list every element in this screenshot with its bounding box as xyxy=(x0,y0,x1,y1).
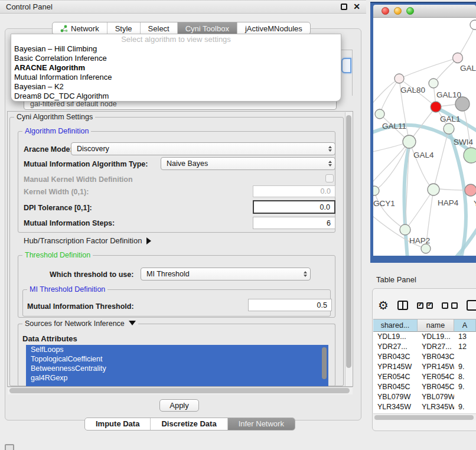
network-node-hap2[interactable] xyxy=(400,224,410,235)
apply-button[interactable]: Apply xyxy=(159,399,199,412)
mi-threshold-value: 0.5 xyxy=(317,301,327,309)
bottom-tab-infer-network[interactable]: Infer Network xyxy=(228,418,295,430)
tab-select[interactable]: Select xyxy=(141,22,178,34)
table-cell: YLR345W xyxy=(373,402,418,412)
mi-steps-field[interactable]: 6 xyxy=(253,217,335,229)
tab-network[interactable]: Network xyxy=(53,22,107,34)
algorithm-option[interactable]: Dream8 DC_TDC Algorithm xyxy=(11,92,341,101)
tab-jactivemnodules[interactable]: jActiveMNodules xyxy=(237,22,310,34)
bottom-tab-impute-data[interactable]: Impute Data xyxy=(85,418,151,430)
aracne-mode-combo[interactable]: Discovery xyxy=(71,142,335,155)
data-attributes-label: Data Attributes xyxy=(22,334,77,343)
close-window-icon[interactable] xyxy=(382,7,389,15)
network-node-gal4[interactable] xyxy=(403,135,416,148)
network-node-gal11[interactable] xyxy=(375,109,384,119)
network-edge xyxy=(380,79,399,114)
attribute-item[interactable]: gal4RGexp xyxy=(26,373,328,383)
mi-threshold-field[interactable]: 0.5 xyxy=(248,299,332,311)
table-row[interactable]: YDL19...YDL19...13 xyxy=(373,332,476,342)
list-scrollbar-thumb[interactable] xyxy=(322,347,327,379)
combo-spinner-icon xyxy=(325,143,335,155)
table-row[interactable]: YPR145WYPR145W9. xyxy=(373,362,476,372)
table-horizontal-scrollbar-thumb[interactable] xyxy=(374,415,474,420)
checkbox-checked-pair-icon[interactable] xyxy=(417,302,433,309)
network-edge xyxy=(399,58,458,79)
settings-horizontal-scrollbar-thumb[interactable] xyxy=(9,388,350,393)
expanded-arrow-icon[interactable] xyxy=(129,321,136,325)
network-node-gcy1[interactable] xyxy=(373,186,379,195)
table-cell xyxy=(454,392,476,402)
network-node-gal[interactable] xyxy=(453,53,463,63)
tab-cyni-toolbox[interactable]: Cyni Toolbox xyxy=(178,22,237,34)
aracne-mode-value: Discovery xyxy=(77,145,109,153)
table-row[interactable]: YBL079WYBL079W xyxy=(373,392,476,402)
panel-dock-icon[interactable] xyxy=(5,444,14,450)
table-row[interactable]: YER054CYER054C8. xyxy=(373,372,476,382)
attribute-item[interactable]: SelfLoops xyxy=(26,345,328,354)
network-node[interactable] xyxy=(464,148,476,163)
attribute-item[interactable]: BetweennessCentrality xyxy=(26,364,328,373)
dpi-tolerance-label: DPI Tolerance [0,1]: xyxy=(24,204,92,212)
columns-icon[interactable] xyxy=(397,301,409,310)
network-node-swi4[interactable] xyxy=(444,123,454,134)
network-view-canvas[interactable]: GALGAL80GAL10GAL1GAL11SWI4GAL4GCY1HAP4YH… xyxy=(373,18,476,256)
table-icon[interactable] xyxy=(467,300,476,311)
table-cell: 13 xyxy=(454,332,476,342)
control-panel-tabbar: NetworkStyleSelectCyni ToolboxjActiveMNo… xyxy=(52,22,311,35)
table-cell: YBL079W xyxy=(418,392,454,402)
minimize-window-icon[interactable] xyxy=(394,7,402,15)
close-panel-icon[interactable]: ✕ xyxy=(353,4,360,10)
manual-kernel-checkbox[interactable] xyxy=(325,174,334,182)
settings-vertical-scrollbar-thumb[interactable] xyxy=(346,115,351,368)
zoom-window-icon[interactable] xyxy=(406,7,414,15)
dpi-tolerance-field[interactable]: 0.0 xyxy=(253,200,335,214)
algorithm-option[interactable]: Bayesian – Hill Climbing xyxy=(11,44,341,54)
algorithm-option[interactable]: Mutual Information Inference xyxy=(11,73,341,82)
algorithm-option[interactable]: Bayesian – K2 xyxy=(11,82,341,92)
table-row[interactable]: YLR345WYLR345W9. xyxy=(373,402,476,412)
algorithm-option[interactable]: Basic Correlation Inference xyxy=(11,54,341,63)
table-row[interactable]: YBR043CYBR043C xyxy=(373,352,476,362)
tab-style[interactable]: Style xyxy=(107,22,141,34)
bottom-tab-discretize-data[interactable]: Discretize Data xyxy=(151,418,227,430)
network-edge xyxy=(449,130,466,256)
network-window-titlebar[interactable] xyxy=(373,5,476,18)
float-panel-icon[interactable] xyxy=(341,4,347,10)
column-header[interactable]: name xyxy=(418,319,454,332)
table-row[interactable]: YDR27...YDR27...12 xyxy=(373,342,476,352)
network-node[interactable] xyxy=(421,244,431,253)
network-node-gal1[interactable] xyxy=(431,102,441,112)
network-node-hap4[interactable] xyxy=(428,184,439,195)
table-row[interactable]: YBR045CYBR045C9. xyxy=(373,382,476,392)
tab-label: Cyni Toolbox xyxy=(185,24,229,33)
gear-icon[interactable]: ⚙ xyxy=(378,299,389,311)
network-node[interactable] xyxy=(470,20,476,30)
checkbox-unchecked-pair-icon[interactable] xyxy=(442,302,458,309)
table-horizontal-scrollbar[interactable] xyxy=(373,413,476,420)
algorithm-dropdown-list: Bayesian – Hill ClimbingBasic Correlatio… xyxy=(11,44,341,101)
tab-label: jActiveMNodules xyxy=(245,24,302,33)
node-table[interactable]: shared...nameA YDL19...YDL19...13YDR27..… xyxy=(373,319,476,413)
algorithm-dropdown[interactable]: Select algorithm to view settings Bayesi… xyxy=(11,34,341,102)
hub-section-toggle[interactable]: Hub/Transcription Factor Definition xyxy=(24,236,151,245)
which-threshold-combo[interactable]: MI Threshold xyxy=(141,268,311,281)
table-cell: YDR27... xyxy=(418,342,454,352)
network-node-gal10[interactable] xyxy=(429,79,438,88)
mi-algorithm-type-combo[interactable]: Naive Bayes xyxy=(161,157,335,170)
combo-spinner-icon xyxy=(301,268,310,280)
network-node-gal80[interactable] xyxy=(395,74,404,83)
data-attributes-list[interactable]: SelfLoopsTopologicalCoefficientBetweenne… xyxy=(26,345,328,386)
algorithm-definition-title: Algorithm Definition xyxy=(22,127,91,135)
algorithm-option[interactable]: ARACNE Algorithm xyxy=(11,63,341,73)
column-header[interactable]: shared... xyxy=(373,319,418,332)
table-cell: 12 xyxy=(454,342,476,352)
network-icon xyxy=(60,25,68,32)
tab-label: Select xyxy=(148,24,169,33)
kernel-width-field[interactable]: 0.0 xyxy=(253,185,335,197)
attribute-item[interactable]: TopologicalCoefficient xyxy=(26,354,328,364)
data-attributes-items: SelfLoopsTopologicalCoefficientBetweenne… xyxy=(26,345,328,383)
network-node-y[interactable] xyxy=(465,184,476,196)
collapsed-arrow-icon xyxy=(146,237,151,244)
column-header[interactable]: A xyxy=(454,319,476,332)
control-panel-titlebar: Control Panel ✕ xyxy=(0,0,366,14)
